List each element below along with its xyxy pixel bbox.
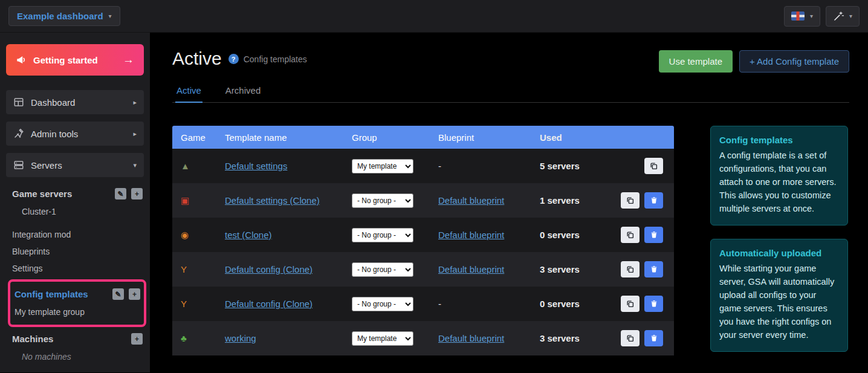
blueprint-value: - — [438, 161, 441, 171]
copy-icon — [626, 196, 634, 204]
column-header-used: Used — [540, 132, 611, 143]
sidebar-item-machines[interactable]: Machines — [12, 334, 53, 344]
info-box-title: Automatically uploaded — [719, 248, 839, 258]
tab-archived[interactable]: Archived — [224, 80, 262, 102]
copy-icon — [626, 300, 634, 308]
info-box-body: A config template is a set of configurat… — [719, 149, 839, 215]
sidebar-item-integration-mod[interactable]: Integration mod — [12, 226, 143, 243]
servers-icon — [13, 160, 24, 170]
tab-active[interactable]: Active — [175, 80, 202, 103]
copy-button[interactable] — [621, 192, 640, 209]
page-header: Active ? Config templates Use template +… — [172, 48, 849, 73]
add-icon[interactable]: + — [131, 188, 143, 199]
game-icon: ♣ — [181, 333, 187, 343]
no-machines-label: No machines — [12, 348, 143, 365]
group-select[interactable]: - No group - — [352, 262, 413, 277]
used-count: 5 servers — [540, 161, 611, 171]
sidebar-item-servers[interactable]: Servers ▾ — [6, 153, 144, 177]
getting-started-label: Getting started — [33, 55, 98, 65]
add-icon[interactable]: + — [129, 288, 140, 300]
sidebar: Getting started → Dashboard ▸ Admin tool… — [0, 33, 150, 372]
group-select[interactable]: My template — [352, 159, 413, 174]
used-count: 0 servers — [540, 299, 611, 309]
page-subtitle: Config templates — [244, 54, 307, 64]
sidebar-item-dashboard[interactable]: Dashboard ▸ — [6, 90, 144, 114]
tabs: Active Archived — [172, 80, 849, 103]
table-header: Game Template name Group Blueprint Used — [172, 126, 674, 149]
sidebar-item-settings[interactable]: Settings — [12, 260, 143, 277]
copy-button[interactable] — [621, 330, 640, 346]
tools-icon — [13, 128, 24, 139]
sidebar-item-label: Servers — [31, 160, 62, 170]
theme-wand-button[interactable]: ▾ — [826, 6, 860, 27]
getting-started-button[interactable]: Getting started → — [6, 44, 144, 76]
delete-button[interactable] — [644, 330, 663, 346]
wand-icon — [833, 11, 844, 22]
template-name-link[interactable]: test (Clone) — [225, 230, 272, 240]
config-templates-table: Game Template name Group Blueprint Used … — [172, 126, 674, 365]
template-name-link[interactable]: Default settings (Clone) — [225, 195, 320, 206]
template-name-link[interactable]: Default config (Clone) — [225, 299, 313, 309]
copy-button[interactable] — [621, 296, 640, 312]
game-servers-row: Game servers ✎ + — [12, 184, 143, 203]
game-icon: ▲ — [181, 161, 190, 171]
used-count: 3 servers — [540, 333, 611, 343]
blueprint-link[interactable]: Default blueprint — [438, 230, 504, 240]
group-select[interactable]: My template — [352, 331, 413, 346]
sidebar-item-my-template-group[interactable]: My template group — [15, 303, 140, 320]
caret-down-icon: ▾ — [810, 13, 813, 19]
copy-button[interactable] — [621, 261, 640, 277]
blueprint-link[interactable]: Default blueprint — [438, 195, 504, 206]
game-icon: ▣ — [181, 195, 189, 206]
sidebar-item-config-templates[interactable]: Config templates — [15, 289, 88, 299]
chevron-down-icon: ▾ — [133, 161, 137, 169]
used-count: 0 servers — [540, 230, 611, 240]
group-select[interactable]: - No group - — [352, 228, 413, 242]
chevron-right-icon: ▸ — [133, 99, 137, 106]
group-select[interactable]: - No group - — [352, 297, 413, 311]
blueprint-value: - — [438, 299, 441, 309]
announcement-icon — [16, 54, 27, 65]
use-template-button[interactable]: Use template — [659, 50, 733, 73]
copy-button[interactable] — [644, 158, 663, 174]
game-servers-label[interactable]: Game servers — [12, 189, 72, 199]
dashboard-icon — [13, 97, 24, 108]
edit-icon[interactable]: ✎ — [112, 288, 124, 300]
table-row: ▲ Default settings My template - 5 serve… — [172, 149, 674, 183]
copy-icon — [626, 334, 634, 342]
info-box-title: Config templates — [719, 135, 839, 145]
info-box-automatically-uploaded: Automatically uploaded While starting yo… — [710, 239, 848, 352]
dashboard-selector[interactable]: Example dashboard ▾ — [8, 6, 120, 26]
config-templates-highlight: Config templates ✎ + My template group — [8, 279, 146, 327]
help-icon[interactable]: ? — [228, 54, 239, 64]
machines-row: Machines + — [12, 329, 143, 348]
sidebar-item-label: Dashboard — [31, 97, 75, 108]
page-title: Active — [172, 48, 222, 68]
topbar-right: ▾ ▾ — [784, 6, 860, 27]
delete-button[interactable] — [644, 192, 663, 209]
copy-button[interactable] — [621, 227, 640, 243]
language-selector-button[interactable]: ▾ — [784, 6, 820, 27]
info-box-config-templates: Config templates A config template is a … — [710, 126, 848, 225]
sidebar-item-blueprints[interactable]: Blueprints — [12, 243, 143, 260]
template-name-link[interactable]: Default settings — [225, 161, 287, 171]
topbar: Example dashboard ▾ ▾ ▾ — [0, 0, 868, 33]
sidebar-item-admin-tools[interactable]: Admin tools ▸ — [6, 122, 144, 146]
template-name-link[interactable]: Default config (Clone) — [225, 264, 313, 274]
table-row: ◉ test (Clone) - No group - Default blue… — [172, 218, 674, 252]
column-header-group: Group — [352, 132, 438, 143]
delete-button[interactable] — [644, 227, 663, 243]
main-content: Active ? Config templates Use template +… — [150, 33, 868, 372]
add-icon[interactable]: + — [131, 333, 143, 345]
add-config-template-button[interactable]: + Add Config template — [739, 50, 849, 73]
group-select[interactable]: - No group - — [352, 193, 413, 208]
blueprint-link[interactable]: Default blueprint — [438, 264, 504, 274]
sidebar-item-label: Admin tools — [31, 129, 78, 139]
sidebar-item-cluster-1[interactable]: Cluster-1 — [12, 203, 143, 220]
template-name-link[interactable]: working — [225, 333, 256, 343]
delete-button[interactable] — [644, 261, 663, 277]
delete-button[interactable] — [644, 296, 663, 312]
game-icon: Y — [181, 264, 187, 274]
edit-icon[interactable]: ✎ — [115, 188, 126, 199]
blueprint-link[interactable]: Default blueprint — [438, 333, 504, 343]
